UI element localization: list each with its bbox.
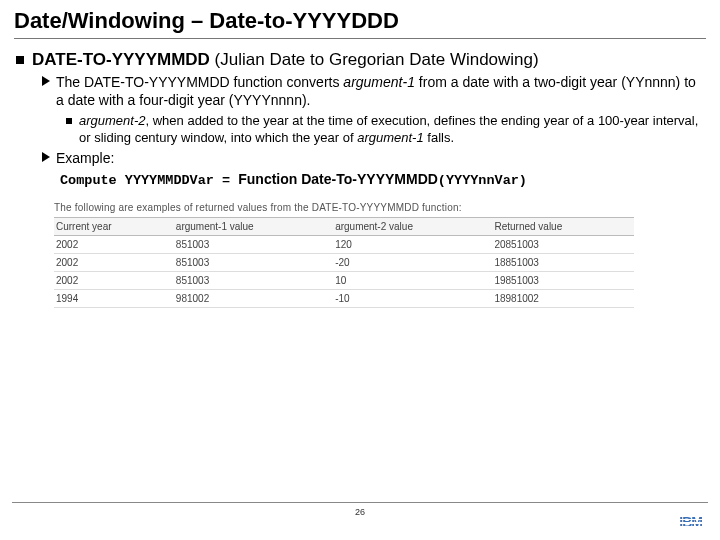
- bullet3-i1: argument-2: [79, 113, 145, 128]
- table-row: 2002 851003 120 20851003: [54, 236, 634, 254]
- table-row: 2002 851003 10 19851003: [54, 272, 634, 290]
- code-fn: Function Date-To-YYYYMMDD: [238, 171, 438, 187]
- slide-title: Date/Windowing – Date-to-YYYYDDD: [14, 8, 706, 39]
- slide-footer: 26 IBM: [0, 502, 720, 530]
- ibm-logo-icon: IBM: [679, 514, 702, 530]
- code-lhs: Compute YYYYMMDDVar =: [60, 173, 238, 188]
- code-example: Compute YYYYMMDDVar = Function Date-To-Y…: [60, 171, 706, 188]
- th-current-year: Current year: [54, 218, 174, 236]
- table-row: 2002 851003 -20 18851003: [54, 254, 634, 272]
- square-bullet-icon: [16, 56, 24, 64]
- footer-divider: [12, 502, 708, 503]
- table-header-row: Current year argument-1 value argument-2…: [54, 218, 634, 236]
- th-returned: Returned value: [492, 218, 634, 236]
- table-row: 1994 981002 -10 18981002: [54, 290, 634, 308]
- bullet-level1: DATE-TO-YYYYMMDD (Julian Date to Gregori…: [16, 49, 706, 70]
- bullet-level3: argument-2, when added to the year at th…: [66, 113, 706, 146]
- logo-text: IBM: [679, 514, 702, 530]
- table-caption: The following are examples of returned v…: [54, 202, 706, 213]
- triangle-bullet-icon: [42, 152, 50, 162]
- square-bullet-icon: [66, 118, 72, 124]
- page-number: 26: [0, 507, 720, 517]
- bullet1-bold: DATE-TO-YYYYMMDD: [32, 50, 210, 69]
- bullet-level2: Example:: [42, 150, 706, 168]
- th-arg1: argument-1 value: [174, 218, 333, 236]
- bullet2b-text: Example:: [56, 150, 114, 168]
- code-arg: (YYYYnnVar): [438, 173, 527, 188]
- bullet3-t2: falls.: [424, 130, 454, 145]
- examples-table: Current year argument-1 value argument-2…: [54, 217, 634, 308]
- th-arg2: argument-2 value: [333, 218, 492, 236]
- bullet2a-italic: argument-1: [343, 74, 415, 90]
- bullet3-i2: argument-1: [357, 130, 423, 145]
- bullet1-rest: (Julian Date to Gregorian Date Windowing…: [210, 50, 539, 69]
- triangle-bullet-icon: [42, 76, 50, 86]
- bullet-level2: The DATE-TO-YYYYMMDD function converts a…: [42, 74, 706, 109]
- bullet2a-pre: The DATE-TO-YYYYMMDD function converts: [56, 74, 343, 90]
